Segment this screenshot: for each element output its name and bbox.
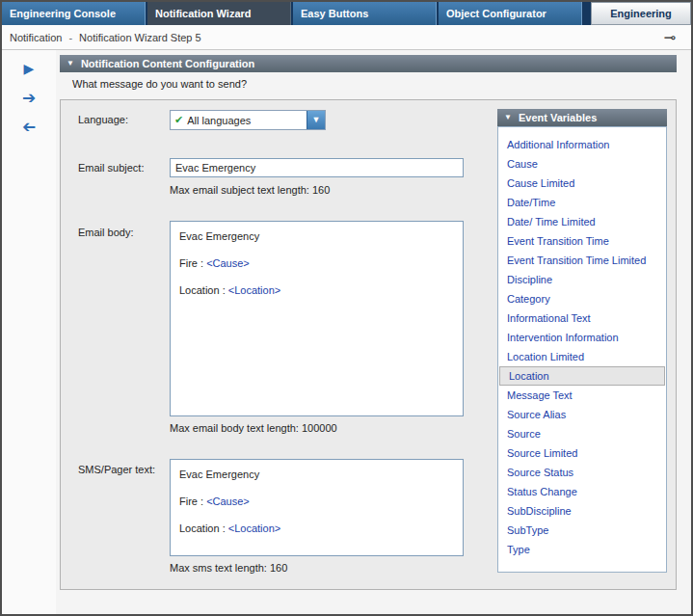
email-subject-input[interactable] <box>170 158 464 177</box>
email-body-line <box>179 243 454 256</box>
next-step-button[interactable]: ➔ <box>17 87 40 108</box>
arrow-left-icon: ➔ <box>22 119 36 135</box>
event-variable-informational-text[interactable]: Informational Text <box>498 308 666 328</box>
event-variable-source-alias[interactable]: Source Alias <box>498 405 666 424</box>
sms-pager-label: SMS/Pager text: <box>78 464 155 475</box>
wizard-nav-sidebar: ▶ ➔ ➔ <box>2 50 56 614</box>
language-dropdown[interactable]: ✔ All languages ▼ <box>170 110 326 130</box>
sms-line <box>179 481 454 495</box>
event-variable-source-status[interactable]: Source Status <box>498 463 666 482</box>
event-variables-header[interactable]: ▼ Event Variables <box>497 109 667 126</box>
sms-hint: Max sms text length: 160 <box>170 562 287 574</box>
breadcrumb-root[interactable]: Notification <box>10 32 62 43</box>
run-button[interactable]: ▶ <box>17 58 40 79</box>
event-variable-intervention-information[interactable]: Intervention Information <box>498 328 666 347</box>
event-variables-list: Additional Information Cause Cause Limit… <box>497 126 667 573</box>
chevron-down-icon: ▼ <box>312 116 321 124</box>
event-variable-cause-limited[interactable]: Cause Limited <box>498 174 666 193</box>
tab-bar: Engineering Console Notification Wizard … <box>2 2 691 25</box>
email-subject-hint: Max email subject text length: 160 <box>170 184 330 196</box>
cause-variable-token: <Cause> <box>206 495 250 507</box>
chevron-down-icon: ▼ <box>67 60 74 67</box>
tab-notification-wizard[interactable]: Notification Wizard <box>147 2 291 25</box>
email-body-textarea[interactable]: Evac Emergency Fire : <Cause> Location :… <box>170 221 464 416</box>
language-label: Language: <box>78 114 128 125</box>
event-variable-subtype[interactable]: SubType <box>498 521 666 540</box>
location-variable-token: <Location> <box>228 522 280 534</box>
event-variable-status-change[interactable]: Status Change <box>498 482 666 501</box>
event-variable-event-transition-time-limited[interactable]: Event Transition Time Limited <box>498 251 666 270</box>
sms-line <box>179 508 454 522</box>
email-subject-label: Email subject: <box>78 162 144 174</box>
breadcrumb-current[interactable]: Notification Wizard Step 5 <box>79 32 201 43</box>
email-body-line: Fire : <Cause> <box>179 256 454 270</box>
event-variable-additional-information[interactable]: Additional Information <box>498 135 666 154</box>
wizard-question: What message do you want to send? <box>72 78 247 90</box>
email-body-hint: Max email body text length: 100000 <box>170 422 337 434</box>
main-content: ▼ Notification Content Configuration Wha… <box>56 50 691 614</box>
event-variable-location-limited[interactable]: Location Limited <box>498 347 666 366</box>
event-variable-subdiscipline[interactable]: SubDiscipline <box>498 501 666 521</box>
event-variable-source[interactable]: Source <box>498 424 666 443</box>
tab-engineering[interactable]: Engineering <box>591 2 691 25</box>
location-variable-token: <Location> <box>228 284 280 296</box>
event-variable-cause[interactable]: Cause <box>498 154 666 174</box>
sms-line: Evac Emergency <box>179 468 454 481</box>
check-icon: ✔ <box>174 114 183 126</box>
event-variable-source-limited[interactable]: Source Limited <box>498 443 666 463</box>
sms-line: Location : <Location> <box>179 522 454 535</box>
section-title: Notification Content Configuration <box>81 58 254 69</box>
sms-line: Fire : <Cause> <box>179 495 454 508</box>
tab-object-configurator[interactable]: Object Configurator <box>439 2 582 25</box>
email-body-label: Email body: <box>78 227 133 238</box>
sms-pager-textarea[interactable]: Evac Emergency Fire : <Cause> Location :… <box>170 459 464 556</box>
tab-easy-buttons[interactable]: Easy Buttons <box>293 2 437 25</box>
previous-step-button[interactable]: ➔ <box>17 116 40 137</box>
tab-engineering-console[interactable]: Engineering Console <box>2 2 146 25</box>
breadcrumb-separator: - <box>68 32 72 43</box>
pin-icon[interactable]: ⊸ <box>663 30 676 44</box>
language-dropdown-button[interactable]: ▼ <box>307 111 325 129</box>
section-header-notification-content[interactable]: ▼ Notification Content Configuration <box>60 55 677 72</box>
app-window: Engineering Console Notification Wizard … <box>0 0 693 616</box>
play-icon: ▶ <box>24 62 35 75</box>
event-variable-discipline[interactable]: Discipline <box>498 270 666 289</box>
event-variable-message-text[interactable]: Message Text <box>498 386 666 405</box>
email-body-line <box>179 270 454 283</box>
email-body-line: Evac Emergency <box>179 229 454 243</box>
email-body-line: Location : <Location> <box>179 283 454 297</box>
event-variable-type[interactable]: Type <box>498 540 666 559</box>
event-variables-title: Event Variables <box>519 112 597 123</box>
event-variable-date-time[interactable]: Date/Time <box>498 193 666 212</box>
event-variable-category[interactable]: Category <box>498 289 666 308</box>
form-panel: Language: ✔ All languages ▼ Email subjec… <box>60 99 677 590</box>
language-value: All languages <box>187 115 251 126</box>
event-variable-event-transition-time[interactable]: Event Transition Time <box>498 231 666 251</box>
breadcrumb: Notification - Notification Wizard Step … <box>2 25 691 50</box>
cause-variable-token: <Cause> <box>206 257 250 269</box>
arrow-right-icon: ➔ <box>22 90 36 106</box>
event-variable-location[interactable]: Location <box>499 366 665 386</box>
chevron-down-icon: ▼ <box>504 114 512 121</box>
event-variable-date-time-limited[interactable]: Date/ Time Limited <box>498 212 666 231</box>
